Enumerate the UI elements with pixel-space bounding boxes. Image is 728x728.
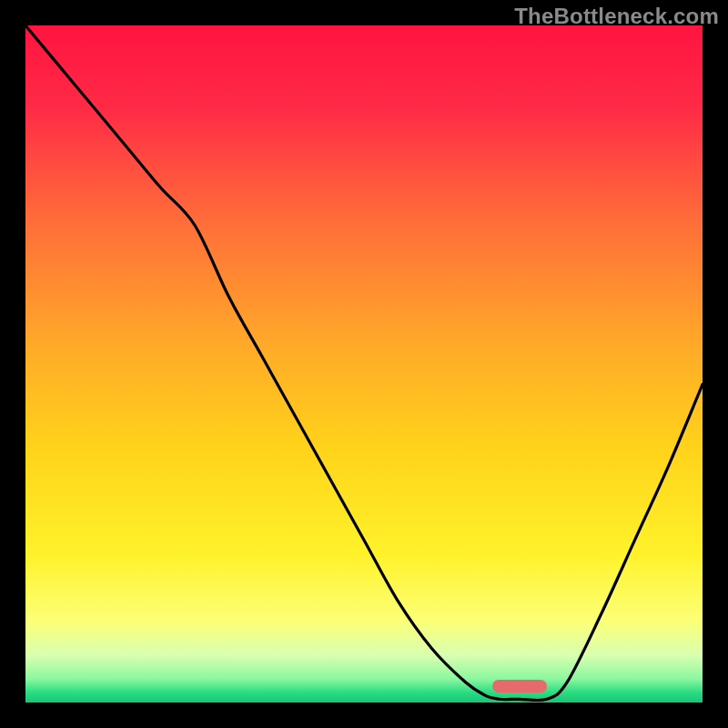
bottleneck-curve: [25, 25, 703, 703]
plot-area: [25, 25, 703, 703]
optimum-marker: [492, 680, 547, 693]
chart-frame: TheBottleneck.com: [0, 0, 728, 728]
